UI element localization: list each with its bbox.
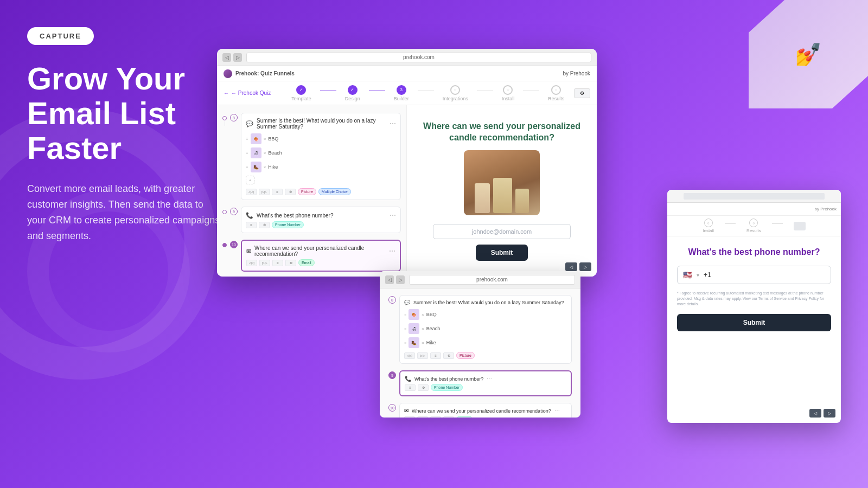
- candle-3: [515, 189, 529, 213]
- item-num-8: 8: [230, 114, 238, 121]
- candle-1: [475, 183, 490, 213]
- tertiary-browser-bar: [667, 190, 841, 203]
- overlap-item-10: 10 ✉ Where can we send your personalized…: [383, 400, 577, 418]
- app-bar: Prehook: Quiz Funnels by Prehook: [217, 66, 597, 81]
- add-option-icon: +: [246, 176, 254, 184]
- overlap-thumb-bbq: 🍖: [409, 309, 419, 320]
- step-install[interactable]: ○ Install: [502, 85, 515, 101]
- ctrl-next[interactable]: ▷▷: [259, 189, 270, 195]
- step-circle-builder: 3: [397, 85, 406, 95]
- step-results[interactable]: ○ Results: [548, 85, 564, 101]
- tert-next-arrow[interactable]: ▷: [824, 409, 835, 418]
- overlap-item-8: 8 💬 Summer is the best! What would you d…: [383, 292, 577, 367]
- ctrl-prev[interactable]: ◁◁: [246, 189, 257, 195]
- overlap-label-beach: Beach: [426, 326, 441, 331]
- tert-circle-results: ○: [749, 219, 758, 227]
- ctrl-share-9[interactable]: ≡: [246, 222, 257, 228]
- tert-prev-arrow[interactable]: ◁: [809, 409, 821, 418]
- email-input-preview[interactable]: [433, 224, 571, 239]
- option-label-bbq: BBQ: [268, 136, 278, 142]
- overlap-tag-10: Email: [456, 416, 473, 418]
- overlap-ctrl-10-3[interactable]: ≡: [430, 416, 441, 418]
- overlap-menu-9[interactable]: ⋯: [487, 376, 492, 382]
- option-label-beach: Beach: [268, 150, 282, 156]
- tert-step-install[interactable]: ○ Install: [703, 219, 714, 233]
- ctrl-prev-10[interactable]: ◁◁: [246, 260, 257, 266]
- ctrl-share[interactable]: ≡: [272, 189, 283, 195]
- overlap-drag-3: ≡: [404, 341, 406, 345]
- by-label: by Prehook: [563, 70, 590, 76]
- item-connector-8: [222, 116, 227, 126]
- ctrl-settings-9[interactable]: ⚙: [259, 222, 270, 228]
- overlap-ctrl-10-1[interactable]: ◁◁: [404, 416, 415, 418]
- overlap-body-10: ✉ Where can we send your personalized ca…: [399, 403, 572, 418]
- overlap-ctrl-1[interactable]: ◁◁: [404, 352, 415, 359]
- overlap-ctrl-10-2[interactable]: ▷▷: [417, 416, 428, 418]
- step-template[interactable]: ✓ Template: [291, 85, 311, 101]
- option-bbq: ≡ 🍖 × BBQ: [246, 132, 396, 146]
- step-circle-install: ○: [503, 85, 513, 95]
- overlap-ctrl-4[interactable]: ⚙: [443, 352, 454, 359]
- item-controls-9: ≡ ⚙ Phone Number: [246, 221, 396, 228]
- browser-url-bar[interactable]: prehook.com: [246, 53, 591, 62]
- top-right-decoration: 💅: [749, 0, 868, 108]
- item-menu-10[interactable]: ⋯: [389, 247, 395, 255]
- ctrl-settings[interactable]: ⚙: [285, 189, 296, 195]
- overlap-ctrl-9-2[interactable]: ⚙: [418, 384, 429, 391]
- step-builder[interactable]: 3 Builder: [394, 85, 409, 101]
- step-label-results: Results: [548, 96, 564, 101]
- item-menu-9[interactable]: ⋯: [390, 211, 396, 219]
- app-name: Prehook: Quiz Funnels: [235, 70, 295, 76]
- step-circle-results: ○: [551, 85, 561, 95]
- overlap-thumb-beach: 🏖: [409, 323, 419, 334]
- phone-submit-button[interactable]: Submit: [677, 314, 831, 331]
- preview-title: Where can we send your personalized cand…: [416, 121, 588, 144]
- overlap-icon-8: 💬: [404, 300, 410, 305]
- overlap-icon-9: 📞: [405, 376, 411, 382]
- overlap-ctrl-2[interactable]: ▷▷: [417, 352, 428, 359]
- quiz-back-link[interactable]: ← ← Prehook Quiz: [224, 90, 271, 96]
- phone-input-area[interactable]: 🇺🇸 ▾ +1: [677, 266, 831, 284]
- option-label-hike: Hike: [268, 164, 278, 170]
- item-menu-8[interactable]: ⋯: [390, 120, 396, 127]
- item-icon-10: ✉: [246, 248, 251, 255]
- step-line-4: [477, 91, 493, 91]
- tertiary-by-label: by Prehook: [815, 207, 837, 211]
- step-integrations[interactable]: ○ Integrations: [443, 85, 468, 101]
- step-design[interactable]: ✓ Design: [345, 85, 360, 101]
- phone-disclaimer: * I agree to receive recurring automated…: [677, 291, 831, 306]
- overlap-menu-10[interactable]: ⋯: [554, 408, 560, 414]
- tert-line: [725, 223, 736, 224]
- overlap-ctrl-9-1[interactable]: ≡: [405, 384, 416, 391]
- item-body-9[interactable]: 📞 What's the best phone number? ⋯ ≡ ⚙ Ph…: [241, 207, 401, 233]
- add-option-row[interactable]: +: [246, 174, 396, 186]
- subtext: Convert more email leads, with greater c…: [27, 181, 222, 243]
- option-x-beach: ×: [264, 151, 266, 156]
- item-body-10[interactable]: ✉ Where can we send your personalized ca…: [241, 240, 401, 272]
- next-arrow[interactable]: ▷: [579, 262, 591, 271]
- item-connector-10: [222, 243, 227, 247]
- phone-flag-arrow: ▾: [697, 272, 699, 278]
- prev-arrow[interactable]: ◁: [565, 262, 577, 271]
- browser-nav-buttons: ◁ ▷: [222, 53, 242, 62]
- ctrl-share-10[interactable]: ≡: [272, 260, 283, 266]
- overlap-back[interactable]: ◁: [385, 275, 394, 284]
- overlap-ctrl-10-4[interactable]: ⚙: [443, 416, 454, 418]
- ctrl-next-10[interactable]: ▷▷: [259, 260, 270, 266]
- quiz-steps: ✓ Template ✓ Design 3 Builder ○ Integrat…: [282, 85, 574, 101]
- option-hike: ≡ 🥾 × Hike: [246, 160, 396, 174]
- overlap-opt-bbq: ≡ 🍖 × BBQ: [404, 307, 567, 322]
- overlap-controls-9: ≡ ⚙ Phone Number: [405, 384, 566, 391]
- tert-step-results[interactable]: ○ Results: [746, 219, 761, 233]
- settings-icon[interactable]: ⚙: [574, 88, 590, 98]
- preview-submit-button[interactable]: Submit: [476, 245, 528, 261]
- overlap-x-bbq: ×: [422, 312, 424, 317]
- tertiary-url-bar: [684, 193, 825, 200]
- overlap-fwd[interactable]: ▷: [396, 275, 405, 284]
- overlap-ctrl-3[interactable]: ≡: [430, 352, 441, 359]
- item-body-8[interactable]: 💬 Summer is the best! What would you do …: [241, 113, 401, 200]
- browser-forward-btn[interactable]: ▷: [233, 53, 242, 62]
- tert-settings[interactable]: [794, 222, 806, 230]
- browser-back-btn[interactable]: ◁: [222, 53, 231, 62]
- ctrl-settings-10[interactable]: ⚙: [285, 260, 296, 266]
